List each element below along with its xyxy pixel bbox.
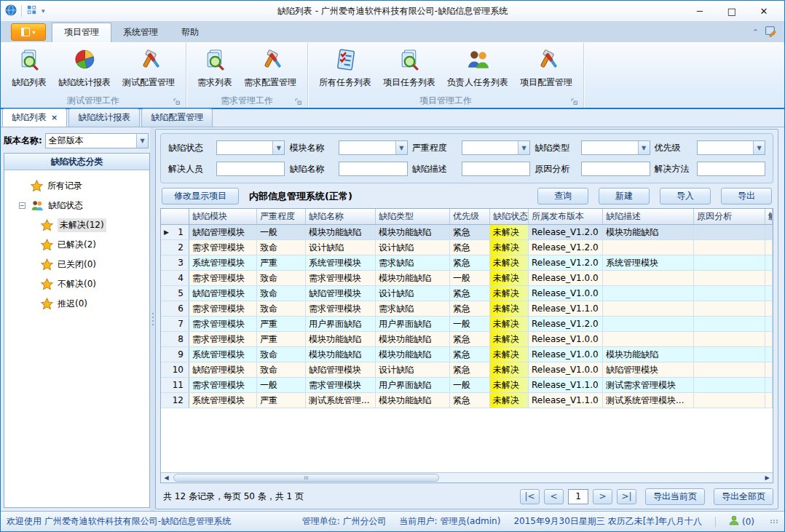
cell-solution[interactable] [765, 225, 773, 239]
cell-cause-analysis[interactable] [694, 301, 765, 316]
cell-solution[interactable] [765, 362, 773, 377]
cell-solution[interactable] [765, 378, 773, 392]
cell-defect-module[interactable]: 系统管理模块 [189, 393, 257, 408]
cell-defect-name[interactable]: 模块功能缺陷 [306, 332, 376, 346]
cell-defect-name[interactable]: 需求管理模块 [306, 271, 376, 285]
cell-defect-module[interactable]: 缺陷管理模块 [189, 286, 257, 301]
ribbon-button-requirement-list[interactable]: 需求列表 [192, 46, 237, 91]
cell-defect-type[interactable]: 模块功能缺陷 [376, 225, 450, 239]
ribbon-button-defect-stats-report[interactable]: 缺陷统计报表 [53, 46, 116, 91]
export-current-page-button[interactable]: 导出当前页 [645, 488, 705, 505]
filter-priority-select[interactable]: ▼ [697, 140, 765, 155]
cell-defect-desc[interactable] [603, 332, 694, 346]
cell-defect-type[interactable]: 用户界面缺陷 [376, 317, 450, 331]
table-row[interactable]: 10 缺陷管理模块 致命 缺陷管理模块 设计缺陷 紧急 未解决 Release_… [161, 362, 773, 378]
export-button[interactable]: 导出 [721, 188, 772, 205]
cell-defect-status[interactable]: 未解决 [490, 362, 529, 377]
cell-defect-module[interactable]: 系统管理模块 [189, 347, 257, 362]
cell-defect-module[interactable]: 需求管理模块 [189, 271, 257, 285]
cell-cause-analysis[interactable] [694, 286, 765, 301]
cell-defect-type[interactable]: 模块功能缺陷 [376, 347, 450, 362]
cell-defect-desc[interactable]: 缺陷管理模块 [603, 362, 694, 377]
dropdown-arrow-icon[interactable]: ▼ [518, 141, 529, 154]
cell-defect-status[interactable]: 未解决 [490, 225, 529, 239]
ribbon-button-defect-list[interactable]: 缺陷列表 [7, 46, 52, 91]
export-all-pages-button[interactable]: 导出全部页 [714, 488, 773, 505]
cell-cause-analysis[interactable] [694, 362, 765, 377]
cell-release-version[interactable]: Release_V1.0.0 [529, 362, 603, 377]
modify-display-button[interactable]: 修改显示项目 [162, 188, 239, 205]
import-button[interactable]: 导入 [660, 188, 711, 205]
filter-defect-status-select[interactable]: ▼ [216, 140, 285, 155]
cell-defect-name[interactable]: 测试系统管理... [306, 393, 376, 408]
page-input[interactable] [568, 489, 588, 504]
cell-priority[interactable]: 一般 [450, 271, 490, 285]
cell-defect-module[interactable]: 需求管理模块 [189, 332, 257, 346]
dialog-launcher-icon[interactable] [571, 98, 578, 105]
cell-defect-name[interactable]: 系统管理模块 [306, 255, 376, 270]
cell-solution[interactable] [765, 332, 773, 346]
dialog-launcher-icon[interactable] [295, 98, 302, 105]
cell-release-version[interactable]: Release_V1.1.0 [529, 301, 603, 316]
cell-severity[interactable]: 致命 [257, 301, 306, 316]
cell-solution[interactable] [765, 301, 773, 316]
cell-solution[interactable] [765, 317, 773, 331]
table-row[interactable]: 2 需求管理模块 致命 设计缺陷 设计缺陷 紧急 未解决 Release_V1.… [161, 240, 773, 255]
cell-release-version[interactable]: Release_V1.0.0 [529, 271, 603, 285]
cell-release-version[interactable]: Release_V1.1.0 [529, 393, 603, 408]
scrollbar-track[interactable] [172, 473, 762, 483]
table-row[interactable]: 3 系统管理模块 严重 系统管理模块 需求缺陷 紧急 未解决 Release_V… [161, 255, 773, 271]
filter-defect-name-input[interactable] [339, 162, 407, 176]
cell-cause-analysis[interactable] [694, 255, 765, 270]
cell-defect-type[interactable]: 需求缺陷 [376, 255, 450, 270]
last-page-button[interactable]: >| [617, 489, 636, 504]
cell-cause-analysis[interactable] [694, 240, 765, 255]
cell-priority[interactable]: 紧急 [450, 301, 490, 316]
cell-priority[interactable]: 紧急 [450, 225, 490, 239]
tree-item-resolved[interactable]: 已解决(2) [7, 235, 146, 255]
cell-severity[interactable]: 致命 [257, 240, 306, 255]
cell-defect-type[interactable]: 模块功能缺陷 [376, 271, 450, 285]
cell-priority[interactable]: 一般 [450, 317, 490, 331]
header-solution[interactable]: 解决方法 [765, 209, 773, 224]
ribbon-button-owner-task-list[interactable]: 负责人任务列表 [442, 46, 513, 91]
cell-solution[interactable] [765, 255, 773, 270]
resize-grip[interactable] [770, 520, 778, 523]
cell-defect-module[interactable]: 缺陷管理模块 [189, 225, 257, 239]
cell-defect-status[interactable]: 未解决 [490, 347, 529, 362]
cell-cause-analysis[interactable] [694, 393, 765, 408]
cell-defect-name[interactable]: 设计缺陷 [306, 240, 376, 255]
table-row[interactable]: 6 需求管理模块 致命 需求管理模块 需求缺陷 紧急 未解决 Release_V… [161, 301, 773, 317]
collapse-ribbon-icon[interactable]: ⌃ [752, 28, 759, 37]
cell-solution[interactable] [765, 347, 773, 362]
cell-solution[interactable] [765, 240, 773, 255]
cell-defect-name[interactable]: 模块功能缺陷 [306, 347, 376, 362]
cell-defect-type[interactable]: 设计缺陷 [376, 240, 450, 255]
cell-cause-analysis[interactable] [694, 332, 765, 346]
scrollbar-thumb[interactable] [173, 474, 439, 482]
tree-item-all-records[interactable]: 所有记录 [7, 176, 146, 196]
cell-defect-module[interactable]: 系统管理模块 [189, 255, 257, 270]
quick-access-grid-icon[interactable] [26, 4, 37, 17]
cell-severity[interactable]: 致命 [257, 286, 306, 301]
prev-page-button[interactable]: < [544, 489, 564, 504]
table-row[interactable]: ▶1 缺陷管理模块 一般 模块功能缺陷 模块功能缺陷 紧急 未解决 Releas… [161, 225, 773, 240]
cell-severity[interactable]: 严重 [257, 332, 306, 346]
cell-defect-desc[interactable] [603, 271, 694, 285]
cell-priority[interactable]: 紧急 [450, 286, 490, 301]
scroll-left-arrow-icon[interactable]: ◀ [161, 475, 172, 481]
ribbon-button-requirement-config-management[interactable]: 需求配置管理 [239, 46, 301, 91]
cell-release-version[interactable]: Release_V1.0.0 [529, 286, 603, 301]
header-defect-name[interactable]: 缺陷名称 [306, 209, 376, 224]
cell-defect-desc[interactable]: 测试系统管理模块... [603, 393, 694, 408]
doc-tab-defect-config-management[interactable]: 缺陷配置管理 [141, 108, 213, 127]
app-menu-button[interactable]: ▾ [11, 23, 46, 41]
cell-defect-desc[interactable] [603, 286, 694, 301]
filter-module-name-select[interactable]: ▼ [339, 140, 407, 155]
horizontal-scrollbar[interactable]: ◀ ▶ [161, 472, 773, 483]
tree-item-postponed[interactable]: 推迟(0) [7, 294, 146, 314]
cell-release-version[interactable]: Release_V1.2.0 [529, 317, 603, 331]
doc-tab-defect-list[interactable]: 缺陷列表 × [2, 108, 67, 127]
cell-cause-analysis[interactable] [694, 347, 765, 362]
cell-defect-status[interactable]: 未解决 [490, 240, 529, 255]
